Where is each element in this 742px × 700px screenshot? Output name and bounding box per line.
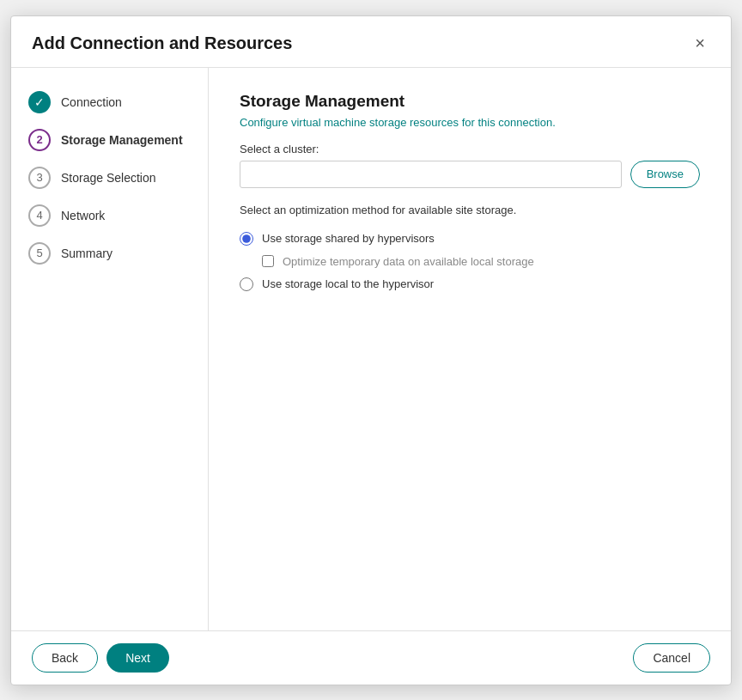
sidebar-label-network: Network: [61, 209, 105, 222]
radio-label-shared: Use storage shared by hypervisors: [262, 232, 435, 245]
checkbox-item-optimize[interactable]: Optimize temporary data on available loc…: [240, 251, 700, 272]
step-circle-network: 4: [28, 204, 51, 227]
close-button[interactable]: ×: [690, 32, 710, 55]
dialog-title: Add Connection and Resources: [32, 33, 292, 53]
main-content: Storage Management Configure virtual mac…: [209, 68, 731, 630]
section-title: Storage Management: [240, 92, 700, 111]
cluster-label: Select a cluster:: [240, 143, 700, 155]
footer-left: Back Next: [32, 643, 169, 673]
sidebar-item-connection[interactable]: ✓ Connection: [11, 83, 208, 121]
step-circle-storage-selection: 3: [28, 167, 51, 189]
checkbox-optimize[interactable]: [262, 255, 274, 267]
sidebar-item-network[interactable]: 4 Network: [11, 197, 208, 234]
sidebar: ✓ Connection 2 Storage Management 3 Stor…: [11, 68, 209, 630]
step-number-summary: 5: [36, 247, 42, 259]
sidebar-item-storage-management[interactable]: 2 Storage Management: [11, 121, 208, 159]
sidebar-item-summary[interactable]: 5 Summary: [11, 234, 208, 272]
step-number-storage-management: 2: [36, 133, 42, 146]
radio-item-shared[interactable]: Use storage shared by hypervisors: [240, 227, 700, 251]
sidebar-label-storage-selection: Storage Selection: [61, 171, 156, 185]
radio-local[interactable]: [240, 277, 253, 291]
radio-shared[interactable]: [240, 232, 253, 246]
browse-button[interactable]: Browse: [630, 161, 700, 188]
cluster-input[interactable]: [240, 161, 622, 188]
radio-group: Use storage shared by hypervisors Optimi…: [240, 227, 700, 296]
step-circle-storage-management: 2: [28, 129, 51, 151]
cluster-row: Browse: [240, 161, 700, 188]
dialog-footer: Back Next Cancel: [11, 630, 731, 685]
checkmark-icon: ✓: [34, 95, 45, 109]
section-description: Configure virtual machine storage resour…: [240, 116, 700, 129]
sidebar-label-summary: Summary: [61, 247, 113, 260]
radio-item-local[interactable]: Use storage local to the hypervisor: [240, 272, 700, 296]
step-circle-summary: 5: [28, 242, 51, 265]
next-button[interactable]: Next: [106, 643, 169, 673]
dialog-header: Add Connection and Resources ×: [11, 16, 731, 68]
dialog-body: ✓ Connection 2 Storage Management 3 Stor…: [11, 68, 731, 630]
cancel-button[interactable]: Cancel: [633, 643, 710, 673]
sidebar-label-storage-management: Storage Management: [61, 133, 183, 147]
sidebar-item-storage-selection[interactable]: 3 Storage Selection: [11, 159, 208, 197]
sidebar-label-connection: Connection: [61, 95, 122, 109]
step-circle-connection: ✓: [28, 91, 51, 113]
back-button[interactable]: Back: [32, 643, 98, 673]
checkbox-label-optimize: Optimize temporary data on available loc…: [283, 255, 534, 268]
step-number-storage-selection: 3: [36, 171, 42, 184]
step-number-network: 4: [36, 209, 42, 222]
radio-label-local: Use storage local to the hypervisor: [262, 277, 434, 290]
optimization-label: Select an optimization method for availa…: [240, 204, 700, 216]
add-connection-dialog: Add Connection and Resources × ✓ Connect…: [10, 15, 732, 685]
